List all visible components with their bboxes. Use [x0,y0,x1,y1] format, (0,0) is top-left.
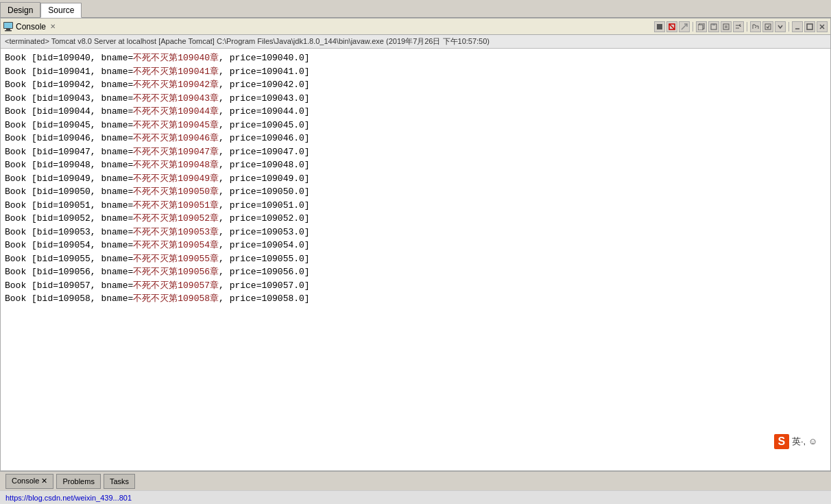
toolbar-sep-3 [788,22,789,32]
svg-line-7 [682,24,687,29]
remove-button[interactable] [679,21,690,32]
open-file-button[interactable] [750,21,761,32]
console-line: Book [bid=109045, bname=不死不灭第109045章, pr… [5,119,826,132]
paste-button[interactable] [708,21,719,32]
terminate-button[interactable] [666,21,677,32]
console-line: Book [bid=109052, bname=不死不灭第109052章, pr… [5,212,826,226]
minimize-button[interactable] [792,21,803,32]
console-panel: Console ✕ [0,18,831,471]
bottom-tab-1[interactable]: Console ✕ [5,474,53,489]
svg-rect-19 [807,24,812,29]
status-bar: <terminated> Tomcat v8.0 Server at local… [1,35,830,49]
console-line: Book [bid=109056, bname=不死不灭第109056章, pr… [5,265,826,279]
console-line: Book [bid=109051, bname=不死不灭第109051章, pr… [5,199,826,213]
close-panel-button[interactable] [817,21,828,32]
console-output[interactable]: Book [bid=109040, bname=不死不灭第109040章, pr… [1,49,830,470]
dropdown-button[interactable] [775,21,786,32]
link-bar: https://blog.csdn.net/weixin_439...801 [0,490,831,504]
console-line: Book [bid=109046, bname=不死不灭第109046章, pr… [5,132,826,145]
toolbar-sep-2 [747,22,747,32]
bottom-bar: Console ✕ Problems Tasks [0,471,831,490]
console-title: Console [16,22,46,32]
console-header-left: Console ✕ [3,22,56,32]
console-toolbar [654,21,828,32]
word-wrap-button[interactable] [733,21,744,32]
console-line: Book [bid=109047, bname=不死不灭第109047章, pr… [5,145,826,159]
console-line: Book [bid=109055, bname=不死不灭第109055章, pr… [5,252,826,266]
tab-design[interactable]: Design [0,2,40,17]
console-line: Book [bid=109048, bname=不死不灭第109048章, pr… [5,158,826,172]
console-line: Book [bid=109049, bname=不死不灭第109049章, pr… [5,172,826,186]
tab-bar: Design Source [0,0,831,18]
console-line: Book [bid=109057, bname=不死不灭第109057章, pr… [5,279,826,293]
console-line: Book [bid=109050, bname=不死不灭第109050章, pr… [5,185,826,199]
maximize-button[interactable] [804,21,815,32]
svg-line-6 [669,24,675,29]
copy-button[interactable] [696,21,707,32]
svg-rect-3 [4,23,12,28]
console-line: Book [bid=109044, bname=不死不灭第109044章, pr… [5,105,826,119]
svg-rect-4 [657,24,662,29]
svg-rect-11 [712,23,715,25]
console-line: Book [bid=109058, bname=不死不灭第109058章, pr… [5,292,826,306]
view-menu-button[interactable] [762,21,773,32]
console-icon [3,22,13,32]
console-header: Console ✕ [1,19,830,35]
console-line: Book [bid=109041, bname=不死不灭第109041章, pr… [5,65,826,79]
console-close-button[interactable]: ✕ [50,23,56,30]
scroll-lock-button[interactable] [721,21,732,32]
svg-rect-9 [698,25,703,30]
console-line: Book [bid=109053, bname=不死不灭第109053章, pr… [5,226,826,239]
console-line: Book [bid=109042, bname=不死不灭第109042章, pr… [5,78,826,92]
console-line: Book [bid=109054, bname=不死不灭第109054章, pr… [5,239,826,252]
toolbar-sep-1 [692,22,693,32]
bottom-link: https://blog.csdn.net/weixin_439...801 [5,494,132,502]
bottom-tab-2[interactable]: Problems [56,474,100,489]
console-line: Book [bid=109040, bname=不死不灭第109040章, pr… [5,51,826,65]
bottom-tab-3[interactable]: Tasks [104,474,135,489]
tab-source[interactable]: Source [40,3,82,18]
svg-rect-12 [723,24,729,29]
svg-rect-2 [5,30,12,32]
console-line: Book [bid=109043, bname=不死不灭第109043章, pr… [5,92,826,106]
svg-rect-1 [6,29,10,30]
stop-button[interactable] [654,21,665,32]
